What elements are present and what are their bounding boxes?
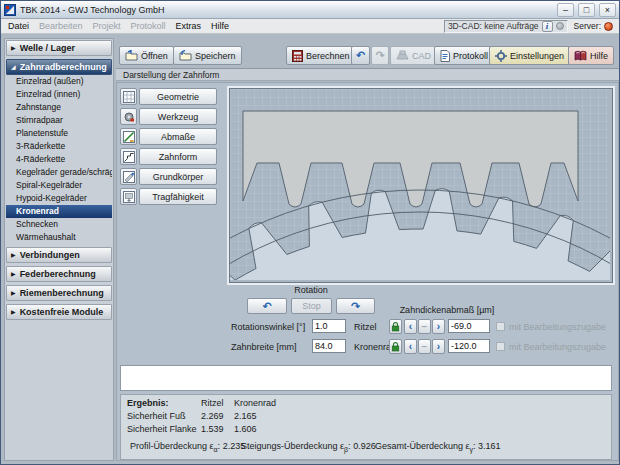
info-button[interactable]: i: [542, 21, 553, 32]
content-area: Öffnen Speichern Berechnen ↶ ↷: [116, 34, 619, 461]
cad-status-box: 3D-CAD: keine Aufträge i: [444, 20, 568, 33]
document-icon: [440, 50, 450, 62]
tragfaehigkeit-button[interactable]: Tragfähigkeit: [139, 188, 217, 205]
ritzel-lock-button[interactable]: [389, 319, 402, 334]
safety-root-kronenrad: 2.165: [234, 411, 257, 421]
kronenrad-lock-button[interactable]: [389, 339, 402, 354]
sidebar-item-einzelrad-aussen[interactable]: Einzelrad (außen): [6, 75, 112, 88]
ritzel-machining-allowance-checkbox[interactable]: [496, 322, 505, 331]
ritzel-step-right-button[interactable]: ›: [432, 319, 445, 334]
minimize-button[interactable]: –: [557, 3, 574, 17]
results-heading: Ergebnis:: [127, 398, 169, 408]
calculator-icon: [292, 50, 303, 62]
sidebar-section-kostenfreie-module[interactable]: ▶ Kostenfreie Module: [6, 304, 112, 320]
rotation-angle-label: Rotationswinkel [°]: [231, 322, 305, 332]
server-label: Server:: [574, 21, 601, 31]
menu-hilfe[interactable]: Hilfe: [206, 21, 234, 31]
gear-canvas: [229, 88, 613, 283]
rack-shape: [243, 111, 578, 207]
chevron-right-icon: ▶: [11, 271, 16, 277]
sidebar-item-4-raederkette[interactable]: 4-Räderkette: [6, 153, 112, 166]
redo-button[interactable]: ↷: [371, 46, 389, 65]
zahnform-button[interactable]: Zahnform: [139, 148, 217, 165]
rotation-stop-button[interactable]: Stop: [291, 298, 332, 314]
sidebar-section-zahnradberechnung[interactable]: ◢ Zahnradberechnung: [6, 59, 112, 75]
safety-flank-label: Sicherheit Flanke: [127, 424, 197, 434]
geometry-grid-icon[interactable]: [120, 88, 137, 105]
kronenrad-step-zero-button[interactable]: −: [418, 339, 431, 354]
maximize-button[interactable]: □: [578, 3, 595, 17]
geometrie-button[interactable]: Geometrie: [139, 88, 217, 105]
kronenrad-step-right-button[interactable]: ›: [432, 339, 445, 354]
tooth-form-panel: Geometrie Werkzeug Abmaße Zahnform Grund…: [116, 82, 619, 461]
module-row: Grundkörper: [120, 168, 217, 185]
rotation-angle-input[interactable]: [312, 319, 346, 333]
chevron-right-icon: ▶: [11, 290, 16, 296]
werkzeug-button[interactable]: Werkzeug: [139, 108, 217, 125]
menu-bar: Datei Bearbeiten Projekt Protokoll Extra…: [1, 19, 619, 34]
sidebar-item-zahnstange[interactable]: Zahnstange: [6, 101, 112, 114]
tool-gear-icon[interactable]: [120, 108, 137, 125]
sidebar-item-spiral-kegelraeder[interactable]: Spiral-Kegelräder: [6, 179, 112, 192]
module-row: Geometrie: [120, 88, 217, 105]
chevron-left-icon: ‹: [409, 342, 412, 352]
menu-bearbeiten[interactable]: Bearbeiten: [34, 21, 88, 31]
help-button[interactable]: Hilfe: [568, 46, 614, 65]
sidebar-item-einzelrad-innen[interactable]: Einzelrad (innen): [6, 88, 112, 101]
gear-mesh-drawing: [230, 89, 610, 280]
view-title: Darstellung der Zahnform: [123, 70, 219, 80]
settings-button[interactable]: Einstellungen: [489, 46, 570, 65]
sidebar-item-planetenstufe[interactable]: Planetenstufe: [6, 127, 112, 140]
sidebar-section-federberechnung[interactable]: ▶ Federberechnung: [6, 266, 112, 282]
menu-projekt[interactable]: Projekt: [88, 21, 126, 31]
calculate-button[interactable]: Berechnen: [286, 46, 356, 65]
chevron-right-icon: ▶: [11, 252, 16, 258]
grundkoerper-button[interactable]: Grundkörper: [139, 168, 217, 185]
open-button[interactable]: Öffnen: [119, 46, 174, 65]
sidebar-item-stirnradpaar[interactable]: Stirnradpaar: [6, 114, 112, 127]
chevron-right-icon: ▶: [11, 309, 16, 315]
sidebar-item-hypoid-kegelraeder[interactable]: Hypoid-Kegelräder: [6, 192, 112, 205]
save-button[interactable]: Speichern: [173, 46, 242, 65]
sidebar-item-kronenrad[interactable]: Kronenrad: [6, 205, 112, 218]
undo-button[interactable]: ↶: [351, 46, 370, 65]
rotate-ccw-button[interactable]: ↶: [247, 298, 287, 314]
lead-overlap: Steigungs-Überdeckung εβ: 0.926: [241, 441, 376, 453]
tooth-form-curve-icon[interactable]: [120, 148, 137, 165]
sidebar-section-verbindungen[interactable]: ▶ Verbindungen: [6, 247, 112, 263]
sidebar-section-riemenberechnung[interactable]: ▶ Riemenberechnung: [6, 285, 112, 301]
module-sidebar: ▶ Welle / Lager ◢ Zahnradberechnung Einz…: [4, 38, 114, 461]
kronenrad-abmass-input[interactable]: [448, 339, 490, 353]
dimensions-icon[interactable]: [120, 128, 137, 145]
safety-flank-kronenrad: 1.606: [234, 424, 257, 434]
rotate-cw-button[interactable]: ↷: [336, 298, 375, 314]
title-bar: TBK 2014 - GWJ Technology GmbH – □ ×: [1, 1, 619, 19]
abmasse-button[interactable]: Abmaße: [139, 128, 217, 145]
chevron-left-icon: ‹: [409, 322, 412, 332]
safety-flank-ritzel: 1.539: [201, 424, 224, 434]
ritzel-abmass-input[interactable]: [448, 319, 490, 333]
sidebar-item-schnecken[interactable]: Schnecken: [6, 218, 112, 231]
cad-button[interactable]: CAD: [390, 46, 437, 65]
sidebar-item-kegelraeder[interactable]: Kegelräder gerade/schräg: [6, 166, 112, 179]
close-button[interactable]: ×: [599, 3, 616, 17]
server-status-indicator: [604, 22, 613, 31]
kronenrad-machining-allowance-checkbox[interactable]: [496, 342, 505, 351]
menu-datei[interactable]: Datei: [3, 21, 34, 31]
menu-extras[interactable]: Extras: [171, 21, 207, 31]
safety-root-ritzel: 2.269: [201, 411, 224, 421]
ritzel-step-left-button[interactable]: ‹: [404, 319, 417, 334]
menu-protokoll[interactable]: Protokoll: [126, 21, 171, 31]
base-body-icon[interactable]: [120, 168, 137, 185]
ritzel-step-zero-button[interactable]: −: [418, 319, 431, 334]
folder-save-icon: [179, 50, 192, 61]
sidebar-section-welle-lager[interactable]: ▶ Welle / Lager: [6, 40, 112, 56]
load-capacity-icon[interactable]: [120, 188, 137, 205]
sidebar-item-3-raederkette[interactable]: 3-Räderkette: [6, 140, 112, 153]
protocol-button[interactable]: Protokoll: [434, 46, 494, 65]
chevron-right-icon: ›: [437, 342, 440, 352]
sidebar-item-waermehaushalt[interactable]: Wärmehaushalt: [6, 231, 112, 244]
results-panel: Ergebnis: Ritzel Kronenrad Sicherheit Fu…: [120, 394, 612, 460]
kronenrad-step-left-button[interactable]: ‹: [404, 339, 417, 354]
tooth-width-input[interactable]: [312, 339, 346, 353]
